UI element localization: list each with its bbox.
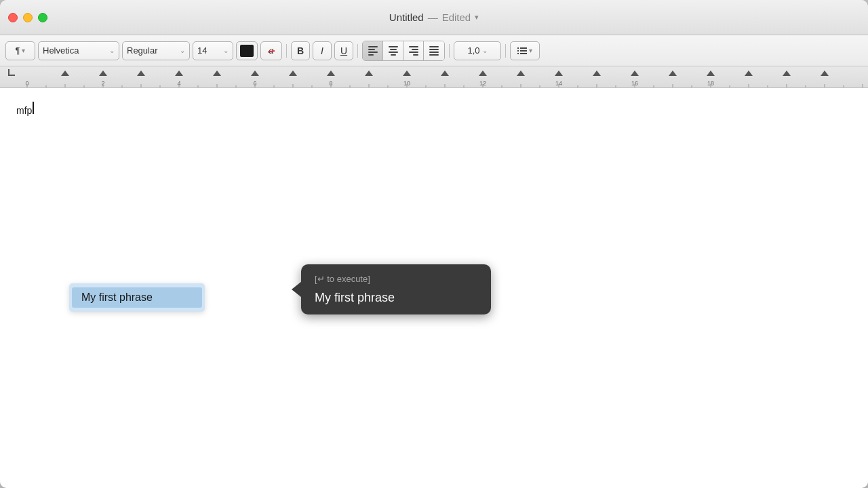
align-justify-button[interactable] xyxy=(424,41,444,60)
underline-icon: U xyxy=(340,45,347,56)
text-line: mfp xyxy=(16,102,34,116)
font-family-chevron-icon: ⌄ xyxy=(109,47,115,54)
ruler: 0 2 4 6 8 10 12 14 16 18 xyxy=(0,66,868,88)
font-family-label: Helvetica xyxy=(43,45,79,56)
maximize-button[interactable] xyxy=(38,13,47,22)
align-left-icon xyxy=(368,46,378,56)
svg-marker-25 xyxy=(403,70,411,76)
font-family-button[interactable]: Helvetica ⌄ xyxy=(38,41,119,60)
svg-marker-27 xyxy=(479,70,487,76)
paragraph-icon: ¶ xyxy=(16,45,20,56)
font-size-chevron-icon: ⌄ xyxy=(223,47,229,54)
title-edited: Edited xyxy=(442,12,471,23)
font-size-label: 14 xyxy=(197,45,207,56)
italic-button[interactable]: I xyxy=(313,41,332,60)
svg-marker-18 xyxy=(137,70,145,76)
svg-rect-1 xyxy=(520,50,527,52)
bold-icon: B xyxy=(297,45,304,56)
main-window: Untitled — Edited ▾ ¶ ▾ Helvetica ⌄ Regu… xyxy=(0,0,868,488)
tooltip-phrase-label: My first phrase xyxy=(315,291,477,305)
title-untitled: Untitled xyxy=(389,12,424,23)
svg-marker-36 xyxy=(821,70,829,76)
align-justify-icon xyxy=(429,46,439,56)
line-spacing-button[interactable]: 1,0 ⌄ xyxy=(454,41,501,60)
bold-button[interactable]: B xyxy=(291,41,310,60)
window-title: Untitled — Edited ▾ xyxy=(389,12,479,23)
format-a-icon: a xyxy=(269,45,274,56)
svg-marker-20 xyxy=(213,70,221,76)
ruler-content: 0 2 4 6 8 10 12 14 16 18 xyxy=(0,66,868,86)
minimize-button[interactable] xyxy=(23,13,33,22)
font-size-button[interactable]: 14 ⌄ xyxy=(193,41,233,60)
svg-marker-19 xyxy=(175,70,183,76)
autocomplete-dropdown[interactable]: My first phrase xyxy=(69,283,205,312)
svg-marker-30 xyxy=(593,70,601,76)
separator-2 xyxy=(357,44,358,58)
svg-marker-31 xyxy=(631,70,639,76)
typed-text: mfp xyxy=(16,105,32,116)
separator-3 xyxy=(449,44,450,58)
ruler-marks-svg: 0 2 4 6 8 10 12 14 16 18 xyxy=(0,66,868,88)
list-button[interactable]: ▾ xyxy=(510,41,540,60)
align-left-button[interactable] xyxy=(363,41,383,60)
align-center-icon xyxy=(389,46,398,56)
format-a-button[interactable]: a xyxy=(260,41,282,60)
line-spacing-label: 1,0 xyxy=(467,45,479,56)
tooltip-execute-label: [↵ to execute] xyxy=(315,274,477,284)
svg-marker-26 xyxy=(441,70,449,76)
align-center-button[interactable] xyxy=(383,41,403,60)
font-style-chevron-icon: ⌄ xyxy=(180,47,185,54)
separator-4 xyxy=(505,44,506,58)
svg-rect-4 xyxy=(517,50,519,52)
align-right-button[interactable] xyxy=(403,41,424,60)
underline-button[interactable]: U xyxy=(334,41,353,60)
line-spacing-chevron-icon: ⌄ xyxy=(482,47,488,54)
separator-1 xyxy=(286,44,287,58)
document-content: mfp My first phrase [↵ to execute] My fi… xyxy=(16,102,852,373)
list-chevron-icon: ▾ xyxy=(529,47,532,54)
svg-marker-24 xyxy=(365,70,373,76)
svg-marker-34 xyxy=(745,70,753,76)
svg-marker-32 xyxy=(669,70,677,76)
svg-rect-3 xyxy=(517,47,519,49)
color-preview xyxy=(240,45,254,57)
titlebar: Untitled — Edited ▾ xyxy=(0,0,868,35)
svg-marker-17 xyxy=(99,70,107,76)
toolbar: ¶ ▾ Helvetica ⌄ Regular ⌄ 14 ⌄ a B xyxy=(0,35,868,66)
text-color-button[interactable] xyxy=(236,41,258,60)
svg-marker-33 xyxy=(707,70,715,76)
svg-marker-22 xyxy=(289,70,297,76)
svg-rect-0 xyxy=(520,47,527,49)
font-style-button[interactable]: Regular ⌄ xyxy=(122,41,190,60)
italic-icon: I xyxy=(321,45,323,56)
alignment-group xyxy=(362,41,445,61)
align-right-icon xyxy=(409,46,418,56)
svg-rect-5 xyxy=(517,53,519,54)
text-cursor xyxy=(33,102,34,114)
font-style-label: Regular xyxy=(127,45,158,56)
svg-marker-29 xyxy=(555,70,563,76)
autocomplete-item[interactable]: My first phrase xyxy=(72,287,202,308)
svg-marker-23 xyxy=(327,70,335,76)
traffic-lights xyxy=(8,13,47,22)
paragraph-style-button[interactable]: ¶ ▾ xyxy=(5,41,35,60)
tooltip-popup: [↵ to execute] My first phrase xyxy=(301,264,491,314)
svg-rect-2 xyxy=(520,53,527,54)
close-button[interactable] xyxy=(8,13,18,22)
document-area[interactable]: mfp My first phrase [↵ to execute] My fi… xyxy=(0,88,868,488)
svg-marker-16 xyxy=(61,70,69,76)
svg-marker-21 xyxy=(251,70,259,76)
svg-marker-28 xyxy=(517,70,525,76)
list-icon xyxy=(517,46,527,56)
title-chevron-icon[interactable]: ▾ xyxy=(475,13,479,22)
svg-marker-35 xyxy=(783,70,791,76)
title-separator: — xyxy=(428,12,438,23)
paragraph-chevron-icon: ▾ xyxy=(22,47,25,54)
